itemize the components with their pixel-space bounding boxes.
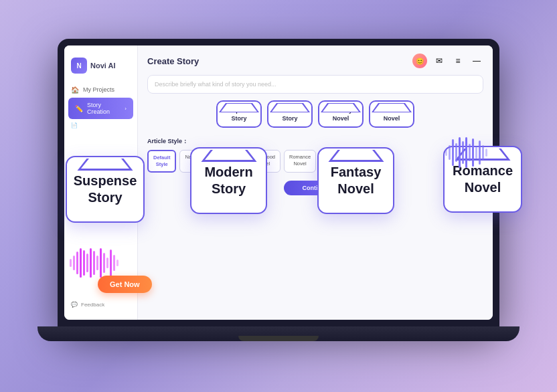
- sidebar-item-my-projects[interactable]: 🏠 My Projects: [64, 82, 137, 98]
- card-fantasy[interactable]: Fantasy Novel: [318, 100, 364, 128]
- card-romance[interactable]: Romance Novel: [369, 100, 414, 128]
- textarea-placeholder: Describe briefly what kind of story you …: [155, 81, 276, 88]
- laptop-base: [37, 326, 520, 341]
- float-card-modern[interactable]: ModernStory: [190, 147, 267, 214]
- float-card-fantasy[interactable]: FantasyNovel: [317, 147, 394, 214]
- card-suspense-title: Suspense Story: [225, 107, 254, 122]
- card-fantasy-title: Fantasy Novel: [329, 107, 352, 122]
- home-icon: 🏠: [71, 86, 79, 94]
- chip-romance[interactable]: Romance Novel: [284, 150, 316, 173]
- laptop-notch: [252, 39, 305, 44]
- card-modern-title: Modern Story: [279, 107, 301, 122]
- card-suspense[interactable]: Suspense Story: [216, 100, 262, 128]
- doc-icon: 📄: [71, 122, 78, 128]
- sidebar-logo: N Novi AI: [64, 52, 137, 82]
- sidebar-item-story-creation[interactable]: ✏️ Story Creation ›: [68, 98, 133, 119]
- chip-default[interactable]: Default Style: [147, 150, 176, 173]
- story-cards-container: Suspense Story Modern Story Fantasy Nove…: [147, 100, 483, 128]
- user-avatar[interactable]: 😊: [412, 54, 427, 68]
- header-icons: 😊 ✉ ≡ —: [412, 54, 483, 68]
- main-header: Create Story 😊 ✉ ≡ —: [147, 54, 483, 68]
- sidebar-my-projects-label: My Projects: [83, 86, 114, 93]
- pencil-icon: ✏️: [75, 104, 83, 112]
- sidebar-feedback[interactable]: 💬 Feedback: [64, 296, 137, 313]
- sidebar-doc-item[interactable]: 📄: [64, 119, 137, 132]
- logo-icon: N: [71, 58, 87, 74]
- article-style-label: Article Style：: [147, 137, 483, 146]
- mail-icon[interactable]: ✉: [432, 54, 446, 68]
- sidebar-story-creation-label: Story Creation: [87, 102, 121, 115]
- more-icon[interactable]: —: [470, 54, 483, 68]
- card-modern[interactable]: Modern Story: [267, 100, 313, 128]
- float-card-suspense[interactable]: SuspenseStory: [66, 156, 145, 223]
- menu-icon[interactable]: ≡: [451, 54, 465, 68]
- story-description-input[interactable]: Describe briefly what kind of story you …: [147, 75, 483, 94]
- arrow-right-icon: ›: [125, 106, 127, 112]
- float-card-romance[interactable]: RomanceNovel: [443, 146, 522, 213]
- card-romance-title: Romance Novel: [378, 107, 406, 122]
- feedback-icon: 💬: [71, 302, 78, 308]
- app-name: Novi AI: [90, 62, 116, 70]
- page-title: Create Story: [147, 56, 199, 66]
